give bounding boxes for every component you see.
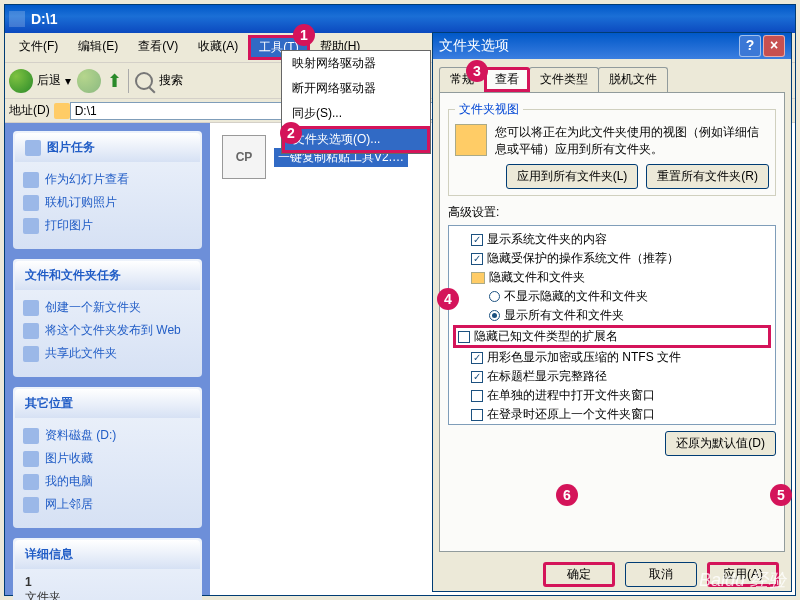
sidebar-print[interactable]: 打印图片 — [23, 214, 192, 237]
menu-view[interactable]: 查看(V) — [128, 35, 188, 60]
restore-defaults-button[interactable]: 还原为默认值(D) — [665, 431, 776, 456]
panel-details: 详细信息 1 文件夹 修改日期: 2014年12月25日 星期四，17:50 — [13, 538, 202, 600]
ok-button[interactable]: 确定 — [543, 562, 615, 587]
up-button[interactable]: ⬆ — [107, 70, 122, 92]
folder-options-dialog: 文件夹选项 ? × 常规 查看 文件类型 脱机文件 文件夹视图 您可以将正在为此… — [432, 32, 792, 592]
tree-item[interactable]: ✓显示系统文件夹的内容 — [453, 230, 771, 249]
sidebar-slideshow[interactable]: 作为幻灯片查看 — [23, 168, 192, 191]
reset-all-button[interactable]: 重置所有文件夹(R) — [646, 164, 769, 189]
menu-sync[interactable]: 同步(S)... — [282, 101, 430, 126]
panel-other-places: 其它位置 资料磁盘 (D:) 图片收藏 我的电脑 网上邻居 — [13, 387, 202, 528]
forward-button[interactable] — [77, 69, 101, 93]
sidebar-share[interactable]: 共享此文件夹 — [23, 342, 192, 365]
window-title: D:\1 — [31, 11, 57, 27]
sidebar-pictures[interactable]: 图片收藏 — [23, 447, 192, 470]
tab-filetypes[interactable]: 文件类型 — [529, 67, 599, 92]
tree-item[interactable]: 隐藏已知文件类型的扩展名 — [453, 325, 771, 348]
menu-folder-options[interactable]: 文件夹选项(O)... — [282, 126, 430, 153]
sidebar-order-prints[interactable]: 联机订购照片 — [23, 191, 192, 214]
menu-disconnect-drive[interactable]: 断开网络驱动器 — [282, 76, 430, 101]
folder-icon — [9, 11, 25, 27]
tree-item[interactable]: 隐藏文件和文件夹 — [453, 268, 771, 287]
tree-item[interactable]: ✓用彩色显示加密或压缩的 NTFS 文件 — [453, 348, 771, 367]
tree-item[interactable]: 在单独的进程中打开文件夹窗口 — [453, 386, 771, 405]
menu-favorites[interactable]: 收藏(A) — [188, 35, 248, 60]
sidebar-publish[interactable]: 将这个文件夹发布到 Web — [23, 319, 192, 342]
menu-map-drive[interactable]: 映射网络驱动器 — [282, 51, 430, 76]
cancel-button[interactable]: 取消 — [625, 562, 697, 587]
search-label[interactable]: 搜索 — [159, 72, 183, 89]
address-label: 地址(D) — [9, 102, 50, 119]
tree-item[interactable]: ✓隐藏受保护的操作系统文件（推荐） — [453, 249, 771, 268]
sidebar: 图片任务 作为幻灯片查看 联机订购照片 打印图片 文件和文件夹任务 创建一个新文… — [5, 123, 210, 595]
help-button[interactable]: ? — [739, 35, 761, 57]
menu-edit[interactable]: 编辑(E) — [68, 35, 128, 60]
advanced-settings-tree[interactable]: ✓显示系统文件夹的内容✓隐藏受保护的操作系统文件（推荐）隐藏文件和文件夹不显示隐… — [448, 225, 776, 425]
sidebar-new-folder[interactable]: 创建一个新文件夹 — [23, 296, 192, 319]
tree-item[interactable]: 显示所有文件和文件夹 — [453, 306, 771, 325]
callout-6: 6 — [556, 484, 578, 506]
callout-4: 4 — [437, 288, 459, 310]
tab-offline[interactable]: 脱机文件 — [598, 67, 668, 92]
folder-views-desc: 您可以将正在为此文件夹使用的视图（例如详细信息或平铺）应用到所有文件夹。 — [495, 124, 769, 158]
computer-icon — [23, 474, 39, 490]
callout-5: 5 — [770, 484, 792, 506]
tree-item[interactable]: ✓在地址栏中显示完整路径 — [453, 424, 771, 425]
explorer-titlebar: D:\1 — [5, 5, 795, 33]
callout-1: 1 — [293, 24, 315, 46]
file-item[interactable]: CP — [222, 135, 266, 179]
disk-icon — [23, 428, 39, 444]
share-icon — [23, 346, 39, 362]
dialog-titlebar: 文件夹选项 ? × — [433, 33, 791, 59]
back-button[interactable]: 后退▾ — [9, 69, 71, 93]
slideshow-icon — [23, 172, 39, 188]
folder-icon — [54, 103, 70, 119]
network-icon — [23, 497, 39, 513]
tree-item[interactable]: ✓在标题栏显示完整路径 — [453, 367, 771, 386]
tree-item[interactable]: 在登录时还原上一个文件夹窗口 — [453, 405, 771, 424]
advanced-label: 高级设置: — [448, 204, 776, 221]
picture-icon — [25, 140, 41, 156]
publish-icon — [23, 323, 39, 339]
folder-views-group: 文件夹视图 您可以将正在为此文件夹使用的视图（例如详细信息或平铺）应用到所有文件… — [448, 101, 776, 196]
folder-view-icon — [455, 124, 487, 156]
callout-3: 3 — [466, 60, 488, 82]
sidebar-my-computer[interactable]: 我的电脑 — [23, 470, 192, 493]
tab-content-view: 文件夹视图 您可以将正在为此文件夹使用的视图（例如详细信息或平铺）应用到所有文件… — [439, 92, 785, 552]
new-folder-icon — [23, 300, 39, 316]
panel-picture-tasks: 图片任务 作为幻灯片查看 联机订购照片 打印图片 — [13, 131, 202, 249]
order-icon — [23, 195, 39, 211]
pictures-icon — [23, 451, 39, 467]
menu-file[interactable]: 文件(F) — [9, 35, 68, 60]
panel-file-tasks: 文件和文件夹任务 创建一个新文件夹 将这个文件夹发布到 Web 共享此文件夹 — [13, 259, 202, 377]
callout-2: 2 — [280, 122, 302, 144]
print-icon — [23, 218, 39, 234]
tree-item[interactable]: 不显示隐藏的文件和文件夹 — [453, 287, 771, 306]
dialog-title: 文件夹选项 — [439, 37, 509, 55]
search-icon[interactable] — [135, 72, 153, 90]
close-button[interactable]: × — [763, 35, 785, 57]
sidebar-disk-d[interactable]: 资料磁盘 (D:) — [23, 424, 192, 447]
watermark: Baidu 经验 — [699, 568, 786, 592]
tab-view[interactable]: 查看 — [484, 67, 530, 92]
apply-all-button[interactable]: 应用到所有文件夹(L) — [506, 164, 639, 189]
sidebar-network[interactable]: 网上邻居 — [23, 493, 192, 516]
back-icon — [9, 69, 33, 93]
tools-dropdown: 映射网络驱动器 断开网络驱动器 同步(S)... 文件夹选项(O)... — [281, 50, 431, 154]
